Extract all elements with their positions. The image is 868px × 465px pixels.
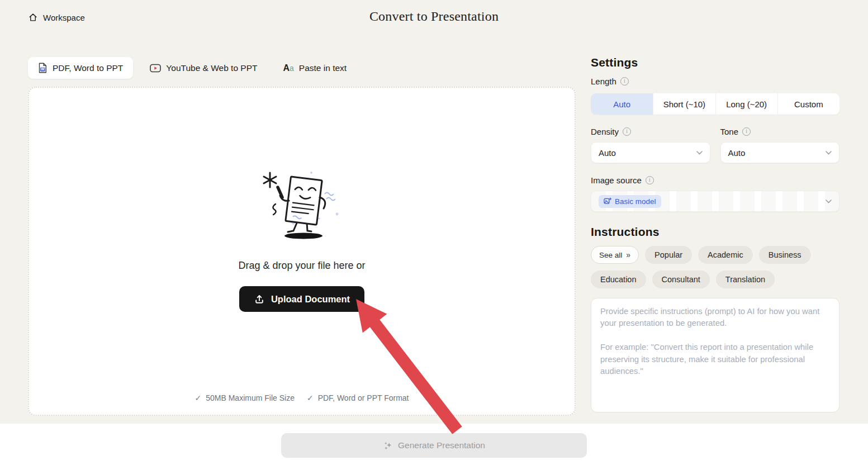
length-option-short[interactable]: Short (~10) — [653, 93, 715, 115]
instructions-title: Instructions — [591, 225, 839, 239]
image-source-value: Basic model — [615, 197, 656, 206]
converter-tabs: W PDF, Word to PPT YouTube & Web to PPT … — [28, 57, 355, 79]
density-select[interactable]: Auto — [591, 142, 710, 163]
chevron-down-icon — [826, 151, 832, 155]
density-label-row: Density i — [591, 127, 710, 136]
chip-popular[interactable]: Popular — [645, 246, 692, 264]
image-source-label: Image source — [591, 175, 642, 185]
document-mascot-illustration — [253, 165, 351, 244]
length-option-custom[interactable]: Custom — [777, 93, 839, 115]
chip-translation[interactable]: Translation — [716, 271, 775, 288]
info-icon[interactable]: i — [646, 176, 654, 184]
tone-label-row: Tone i — [720, 127, 840, 136]
settings-title: Settings — [591, 56, 839, 69]
info-icon[interactable]: i — [742, 127, 751, 136]
length-option-long[interactable]: Long (~20) — [715, 93, 777, 115]
tone-label: Tone — [720, 127, 739, 136]
file-requirements: ✓ 50MB Maximum File Size ✓ PDF, Word or … — [29, 393, 575, 402]
image-model-icon — [604, 197, 611, 205]
image-source-label-row: Image source i — [591, 175, 839, 185]
requirement-format: ✓ PDF, Word or PPT Format — [307, 393, 409, 402]
generate-button-label: Generate Presentation — [398, 440, 485, 450]
chip-education[interactable]: Education — [591, 271, 646, 288]
requirement-label: PDF, Word or PPT Format — [318, 393, 409, 402]
density-value: Auto — [599, 148, 696, 158]
upload-icon — [254, 293, 265, 305]
settings-panel: Settings Length i Auto Short (~10) Long … — [591, 56, 839, 415]
length-label: Length — [591, 77, 616, 86]
tab-label: PDF, Word to PPT — [53, 63, 123, 73]
length-option-auto[interactable]: Auto — [591, 93, 653, 115]
requirement-label: 50MB Maximum File Size — [206, 393, 295, 402]
sparkles-icon — [383, 440, 393, 450]
length-segmented-control: Auto Short (~10) Long (~20) Custom — [591, 93, 839, 115]
tone-value: Auto — [728, 148, 826, 158]
instruction-chips: See all » Popular Academic Business Educ… — [591, 246, 839, 288]
info-icon[interactable]: i — [620, 77, 629, 86]
check-icon: ✓ — [195, 393, 201, 402]
chip-business[interactable]: Business — [759, 246, 811, 264]
tab-paste-in-text[interactable]: Aa Paste in text — [274, 58, 355, 79]
see-all-label: See all — [599, 251, 622, 259]
word-document-icon: W — [38, 63, 48, 73]
tab-label: Paste in text — [299, 63, 347, 73]
page-title: Convert to Presentation — [0, 9, 868, 24]
info-icon[interactable]: i — [623, 127, 631, 136]
svg-text:W: W — [41, 67, 45, 71]
tab-youtube-web-to-ppt[interactable]: YouTube & Web to PPT — [141, 58, 266, 79]
basic-model-pill: Basic model — [599, 195, 661, 208]
image-source-select[interactable]: Basic model — [591, 191, 839, 212]
generate-presentation-button[interactable]: Generate Presentation — [281, 433, 587, 458]
chip-academic[interactable]: Academic — [698, 246, 753, 264]
chip-consultant[interactable]: Consultant — [652, 271, 710, 288]
double-chevron-icon: » — [626, 250, 630, 259]
chevron-down-icon — [826, 200, 832, 203]
requirement-max-size: ✓ 50MB Maximum File Size — [195, 393, 294, 402]
tab-label: YouTube & Web to PPT — [166, 63, 257, 73]
tone-select[interactable]: Auto — [720, 142, 840, 163]
upload-button-label: Upload Document — [271, 294, 350, 305]
text-aa-icon: Aa — [283, 63, 293, 73]
upload-document-button[interactable]: Upload Document — [239, 286, 364, 312]
check-icon: ✓ — [307, 393, 314, 402]
length-label-row: Length i — [591, 77, 839, 86]
tab-pdf-word-to-ppt[interactable]: W PDF, Word to PPT — [28, 57, 133, 79]
drag-drop-text: Drag & drop your file here or — [238, 260, 365, 272]
see-all-chip[interactable]: See all » — [591, 246, 639, 264]
youtube-icon — [150, 64, 161, 73]
density-label: Density — [591, 127, 619, 136]
footer-bar: Generate Presentation — [0, 424, 868, 465]
instructions-textarea[interactable] — [591, 298, 839, 412]
chevron-down-icon — [696, 151, 703, 155]
file-dropzone[interactable]: Drag & drop your file here or Upload Doc… — [28, 87, 576, 416]
